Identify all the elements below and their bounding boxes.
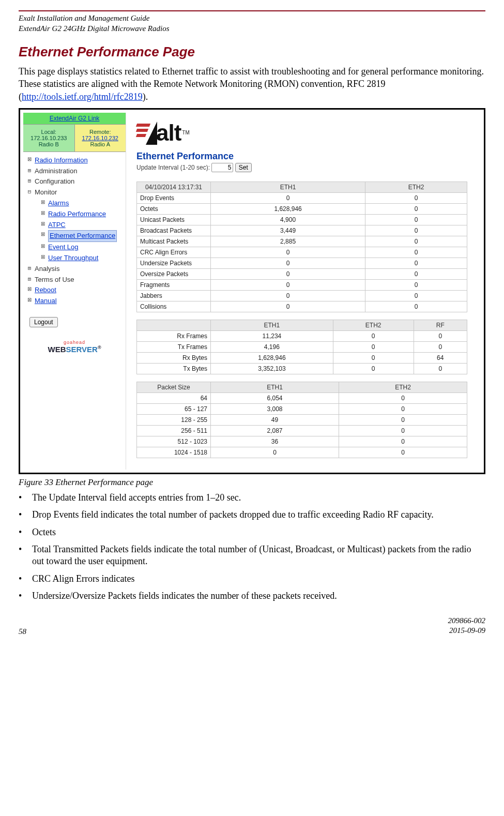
bullet-icon: • [19, 590, 32, 602]
intro-text-post: ). [143, 92, 148, 102]
nav-label: Radio Information [35, 155, 88, 166]
table-row: Rx Bytes1,628,946064 [137, 352, 467, 363]
local-label: Local: [24, 129, 73, 135]
table-row: 646,0540 [137, 392, 467, 403]
cell-eth2: 0 [339, 425, 467, 436]
row-label: 512 - 1023 [137, 436, 211, 447]
row-label: 128 - 255 [137, 414, 211, 425]
expand-icon: ⊞ [26, 176, 33, 186]
table-row: 128 - 255490 [137, 414, 467, 425]
remote-ip[interactable]: 172.16.10.232 [76, 135, 125, 141]
remote-label: Remote: [76, 129, 125, 135]
stats-table-2: ETH1 ETH2 RF Rx Frames11,23400Tx Frames4… [136, 320, 467, 374]
stats-table-3: Packet Size ETH1 ETH2 646,054065 - 1273,… [136, 382, 467, 458]
bullet-icon: • [19, 526, 32, 538]
table-row: Tx Frames4,19600 [137, 341, 467, 352]
bullet-text: Octets [32, 526, 56, 538]
box-icon: ⊠ [40, 209, 46, 217]
cell-eth1: 0 [211, 279, 365, 290]
nav-configuration[interactable]: ⊞Configuration [25, 176, 124, 187]
nav-event-log[interactable]: ⊠Event Log [25, 242, 124, 253]
cell-eth1: 0 [211, 447, 339, 458]
cell-eth2: 0 [333, 341, 414, 352]
cell-eth1: 0 [211, 192, 365, 203]
col-eth1: ETH1 [211, 382, 339, 392]
nav-label: Ethernet Performance [48, 230, 117, 242]
col-eth2: ETH2 [333, 320, 414, 330]
goahead-text: goahead [23, 340, 126, 345]
row-label: 1024 - 1518 [137, 447, 211, 458]
nav-user-throughput[interactable]: ⊠User Throughput [25, 253, 124, 264]
nav-label: Analysis [35, 264, 59, 275]
rfc-link[interactable]: http://tools.ietf.org/html/rfc2819 [22, 92, 143, 102]
logout-button[interactable]: Logout [29, 317, 58, 327]
cell-eth1: 49 [211, 414, 339, 425]
nav-manual[interactable]: ⊠Manual [25, 296, 124, 307]
cell-eth1: 3,449 [211, 225, 365, 236]
table-row: Collisions00 [137, 301, 467, 312]
brand-name: alt [156, 120, 181, 146]
list-item: •Drop Events field indicates the total n… [19, 509, 485, 521]
local-radio-box[interactable]: Local: 172.16.10.233 Radio B [23, 125, 75, 152]
box-icon: ⊠ [40, 198, 46, 206]
table-row: Drop Events00 [137, 192, 467, 203]
bullet-text: The Update Interval field accepts entrie… [32, 492, 241, 504]
nav-label: User Throughput [48, 253, 98, 264]
remote-radio-box[interactable]: Remote: 172.16.10.232 Radio A [75, 125, 126, 152]
nav-alarms[interactable]: ⊠Alarms [25, 198, 124, 209]
nav-label: Monitor [35, 187, 57, 198]
nav-ethernet-performance[interactable]: ⊠Ethernet Performance [25, 230, 124, 242]
nav-monitor[interactable]: ⊟Monitor [25, 187, 124, 198]
figure-caption: Figure 33 Ethernet Performance page [19, 477, 485, 488]
nav-label: Radio Performance [48, 209, 106, 220]
expand-icon: ⊞ [26, 264, 33, 273]
row-label: CRC Align Errors [137, 247, 211, 258]
header-line-2: ExtendAir G2 24GHz Digital Microwave Rad… [19, 24, 485, 34]
nav-analysis[interactable]: ⊞Analysis [25, 264, 124, 275]
cell-eth2: 0 [365, 214, 467, 225]
bullet-text: Undersize/Oversize Packets fields indica… [32, 590, 337, 602]
local-ip: 172.16.10.233 [24, 135, 73, 141]
bullet-text: Total Transmitted Packets fields indicat… [32, 543, 485, 568]
list-item: •Total Transmitted Packets fields indica… [19, 543, 485, 568]
table-row: Multicast Packets2,8850 [137, 236, 467, 247]
cell-eth2: 0 [365, 236, 467, 247]
box-icon: ⊠ [40, 220, 46, 228]
set-button[interactable]: Set [235, 163, 252, 172]
nav-radio-info[interactable]: ⊠Radio Information [25, 155, 124, 166]
row-label: Octets [137, 203, 211, 214]
row-label: Drop Events [137, 192, 211, 203]
nav-label: Alarms [48, 198, 69, 209]
nav-label: Terms of Use [35, 275, 74, 285]
row-label: Tx Frames [137, 341, 211, 352]
expand-icon: ⊞ [26, 275, 33, 284]
cell-eth1: 3,008 [211, 403, 339, 414]
nav-label: Reboot [35, 285, 56, 296]
box-icon: ⊠ [26, 296, 33, 304]
update-interval-input[interactable] [211, 163, 233, 172]
page-footer: 58 209866-002 2015-09-09 [19, 616, 485, 636]
nav-reboot[interactable]: ⊠Reboot [25, 285, 124, 296]
section-title: Ethernet Performance Page [19, 44, 485, 60]
exalt-swoosh-icon [136, 120, 155, 145]
link-title[interactable]: ExtendAir G2 Link [23, 113, 126, 125]
row-label: 256 - 511 [137, 425, 211, 436]
nav-label: ATPC [48, 220, 66, 231]
nav-terms[interactable]: ⊞Terms of Use [25, 275, 124, 285]
cell-eth2: 0 [365, 301, 467, 312]
nav-atpc[interactable]: ⊠ATPC [25, 220, 124, 231]
cell-eth1: 6,054 [211, 392, 339, 403]
nav-label: Administration [35, 166, 77, 177]
bullet-text: Drop Events field indicates the total nu… [32, 509, 434, 521]
cell-eth2: 0 [339, 403, 467, 414]
cell-eth1: 2,087 [211, 425, 339, 436]
cell-eth1: 4,900 [211, 214, 365, 225]
brand-logo: alt TM [126, 113, 481, 149]
row-label: Tx Bytes [137, 363, 211, 374]
cell-eth2: 0 [365, 258, 467, 268]
nav-administration[interactable]: ⊞Administration [25, 166, 124, 177]
table-row: Octets1,628,9460 [137, 203, 467, 214]
cell-eth1: 2,885 [211, 236, 365, 247]
row-label: Jabbers [137, 290, 211, 301]
nav-radio-performance[interactable]: ⊠Radio Performance [25, 209, 124, 220]
